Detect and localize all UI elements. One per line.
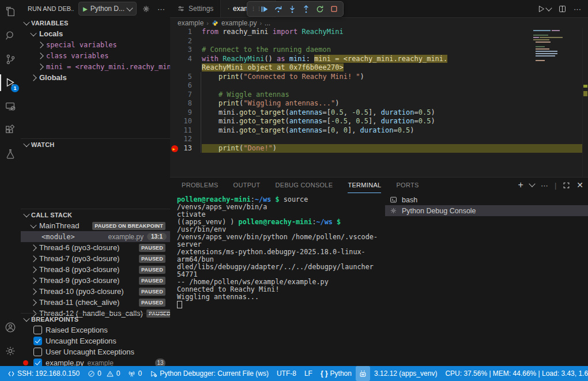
extensions-icon[interactable] xyxy=(0,118,21,142)
drag-handle-icon[interactable]: ⋮⋮ xyxy=(251,7,257,11)
new-terminal-plus-icon[interactable]: + xyxy=(518,180,523,190)
tab-terminal[interactable]: TERMINAL xyxy=(348,178,381,193)
code-editor[interactable]: 1from reachy_mini import ReachyMini23# C… xyxy=(170,28,588,177)
breakpoint-row[interactable]: User Uncaught Exceptions xyxy=(21,346,170,357)
thread-label: Thread-8 (pyo3-closure) xyxy=(39,265,119,274)
breadcrumb-more[interactable]: ... xyxy=(265,19,270,27)
restart-icon[interactable] xyxy=(314,3,326,15)
code-line[interactable]: 12 xyxy=(170,135,588,144)
code-line[interactable]: ReachyMini object at 0x7f6b0ee270> xyxy=(170,63,588,73)
terminal-list-item[interactable]: Python Debug Console xyxy=(385,205,588,216)
call-stack-thread[interactable]: Thread-11 (check_alive)PAUSED xyxy=(21,297,170,308)
python-interpreter-indicator[interactable]: 3.12.12 (apps_venv) xyxy=(370,367,441,380)
tab-problems[interactable]: PROBLEMS xyxy=(182,178,218,193)
eol-indicator[interactable]: LF xyxy=(300,367,316,380)
breakpoint-checkbox[interactable] xyxy=(33,337,42,345)
breakpoint-row[interactable]: example.pyexample13 xyxy=(21,357,170,366)
debugger-status[interactable]: Python Debugger: Current File (ws) xyxy=(146,367,273,380)
editor-more-icon[interactable]: ··· xyxy=(574,5,581,13)
maximize-panel-icon[interactable] xyxy=(563,182,570,189)
chevron-down-icon xyxy=(23,210,29,217)
call-stack-thread[interactable]: Thread-10 (pyo3-closure)PAUSED xyxy=(21,286,170,297)
python-icon xyxy=(212,20,218,27)
call-stack-section-header[interactable]: CALL STACK xyxy=(21,209,170,220)
debug-settings-gear-icon[interactable] xyxy=(140,5,152,13)
call-stack-thread[interactable]: Thread-6 (pyo3-closure)PAUSED xyxy=(21,242,170,253)
code-line[interactable]: 2 xyxy=(170,37,588,46)
problems-indicator[interactable]: 0 0 xyxy=(84,367,124,380)
tab-output[interactable]: OUTPUT xyxy=(233,178,261,193)
breakpoints-section-header[interactable]: BREAKPOINTS xyxy=(21,313,170,325)
breadcrumb-file[interactable]: example.py xyxy=(221,19,257,27)
code-line[interactable]: 8 print("Wiggling antennas...") xyxy=(170,99,588,108)
variables-item-class[interactable]: class variables xyxy=(21,50,170,61)
manage-gear-icon[interactable] xyxy=(0,339,21,363)
chevron-right-icon xyxy=(30,244,36,251)
call-stack-thread[interactable]: Thread-7 (pyo3-closure)PAUSED xyxy=(21,253,170,264)
terminal-list-item[interactable]: bash xyxy=(385,194,588,205)
code-line[interactable]: 10 mini.goto_target(antennas=[-0.5, 0.5]… xyxy=(170,117,588,126)
variables-locals[interactable]: Locals xyxy=(21,28,170,39)
continue-icon[interactable] xyxy=(259,3,270,15)
chevron-right-icon xyxy=(30,288,36,295)
language-indicator[interactable]: { } Python xyxy=(316,367,356,380)
resource-monitor[interactable]: CPU: 37.56% | MEM: 44.66% | Load: 3.43, … xyxy=(441,367,588,380)
code-line[interactable]: 9 mini.goto_target(antennas=[0.5, -0.5],… xyxy=(170,108,588,118)
tab-ports[interactable]: PORTS xyxy=(396,178,419,193)
source-control-icon[interactable] xyxy=(0,47,21,71)
terminal-output[interactable]: pollen@reachy-mini:~/ws $ source /venvs/… xyxy=(177,196,382,310)
close-panel-icon[interactable]: ✕ xyxy=(576,180,583,190)
stop-icon[interactable] xyxy=(328,3,340,15)
account-icon[interactable] xyxy=(0,315,21,339)
step-out-icon[interactable] xyxy=(300,3,312,15)
thread-label: Thread-7 (pyo3-closure) xyxy=(39,254,119,263)
variables-section-header[interactable]: VARIABLES xyxy=(21,17,170,28)
debug-config-dropdown[interactable]: ▶ Python D... xyxy=(78,2,137,16)
code-line[interactable]: 4with ReachyMini() as mini: mini = <reac… xyxy=(170,55,588,64)
variables-item-mini[interactable]: mini = <reachy_mini.reachy_mini.Reachy… xyxy=(21,61,170,72)
call-stack-frame-module[interactable]: <module> example.py 13:1 xyxy=(21,231,170,242)
call-stack-main-thread[interactable]: MainThread PAUSED ON BREAKPOINT xyxy=(21,220,170,231)
run-debug-icon[interactable]: 1 xyxy=(0,71,21,95)
ports-indicator[interactable]: 0 xyxy=(124,367,146,380)
code-line[interactable]: 3# Connect to the running daemon xyxy=(170,46,588,55)
chevron-down-icon[interactable] xyxy=(529,180,535,187)
code-line[interactable]: 7 # Wiggle antennas xyxy=(170,90,588,100)
tab-settings[interactable]: Settings xyxy=(170,0,221,17)
variables-item-special[interactable]: special variables xyxy=(21,39,170,50)
views-more-icon[interactable]: ··· xyxy=(156,5,167,13)
step-over-icon[interactable] xyxy=(273,3,284,15)
breakpoint-row[interactable]: Uncaught Exceptions xyxy=(21,335,170,346)
paused-breakpoint-icon[interactable] xyxy=(171,145,178,152)
explorer-icon[interactable] xyxy=(0,0,21,24)
breakpoint-checkbox[interactable] xyxy=(33,348,42,356)
code-line[interactable]: 5 print("Connected to Reachy Mini! ") xyxy=(170,73,588,82)
watch-section-header[interactable]: WATCH xyxy=(21,138,170,150)
split-editor-icon[interactable] xyxy=(558,5,567,13)
start-debug-icon[interactable]: ▶ xyxy=(83,6,88,12)
remote-explorer-icon[interactable] xyxy=(0,95,21,118)
search-icon[interactable] xyxy=(0,24,21,47)
minimap[interactable] xyxy=(532,29,571,66)
code-line[interactable]: 13 print("Done!") xyxy=(170,144,588,153)
code-line[interactable]: 1from reachy_mini import ReachyMini xyxy=(170,28,588,37)
step-into-icon[interactable] xyxy=(287,3,298,15)
reachy-robot-indicator[interactable] xyxy=(356,366,370,381)
variables-globals[interactable]: Globals xyxy=(21,72,170,83)
encoding-indicator[interactable]: UTF-8 xyxy=(273,367,300,380)
breadcrumb[interactable]: example › example.py › ... xyxy=(170,18,588,28)
code-line[interactable]: 11 mini.goto_target(antennas=[0, 0], dur… xyxy=(170,126,588,135)
remote-indicator[interactable]: SSH: 192.168.0.150 xyxy=(3,367,84,380)
breakpoint-row[interactable]: Raised Exceptions xyxy=(21,325,170,335)
breadcrumb-folder[interactable]: example xyxy=(178,19,203,27)
breakpoint-checkbox[interactable] xyxy=(33,326,42,334)
overview-ruler[interactable] xyxy=(582,28,588,177)
call-stack-thread[interactable]: Thread-9 (pyo3-closure)PAUSED xyxy=(21,275,170,286)
call-stack-thread[interactable]: Thread-8 (pyo3-closure)PAUSED xyxy=(21,264,170,275)
run-python-file-button[interactable] xyxy=(537,5,551,13)
testing-icon[interactable] xyxy=(0,142,21,165)
panel-more-icon[interactable]: ··· xyxy=(541,181,548,190)
code-line[interactable]: 6 xyxy=(170,81,588,90)
tab-debug-console[interactable]: DEBUG CONSOLE xyxy=(276,178,333,193)
breakpoint-checkbox[interactable] xyxy=(33,359,42,366)
